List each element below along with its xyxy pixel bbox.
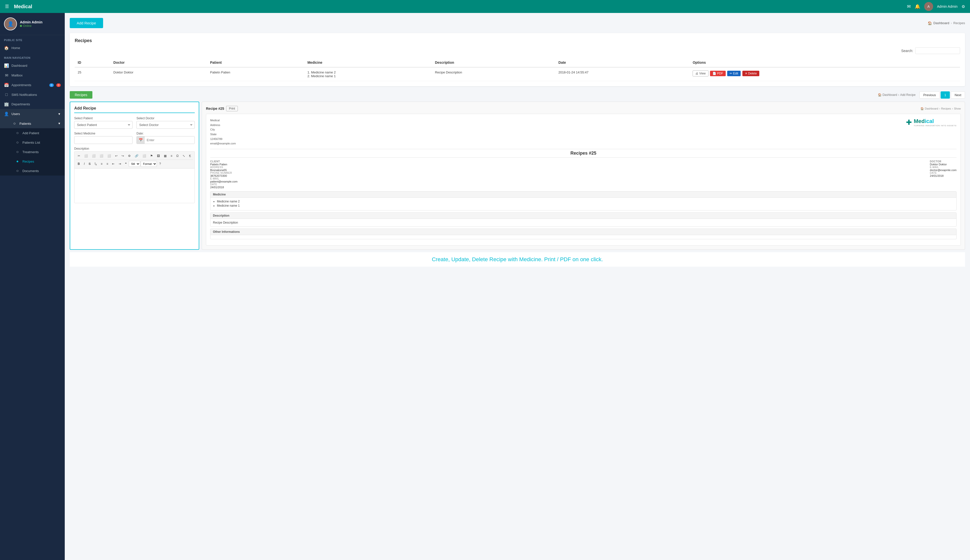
- client-name: Patietn Patien: [210, 163, 238, 166]
- medicine-item-2: Medicine name 1: [217, 204, 954, 207]
- select-doctor-label: Select Doctor: [137, 117, 195, 120]
- preview-clinic-info: Medical Address City State 12456789 emai…: [210, 118, 957, 146]
- mail-icon[interactable]: ✉: [907, 4, 911, 9]
- sidebar-item-patients-list[interactable]: ○ Patients List: [0, 138, 65, 147]
- rte-bold[interactable]: B: [76, 161, 82, 167]
- sidebar-section-main: MAIN NAVIGATION: [0, 53, 65, 61]
- select-patient-dropdown[interactable]: Select Patient: [74, 121, 132, 129]
- breadcrumb-home-icon-2: 🏠: [878, 93, 882, 97]
- avatar[interactable]: A: [924, 2, 933, 11]
- rte-settings[interactable]: ⚙: [126, 153, 132, 158]
- description-section-body: Recipe Description: [210, 219, 956, 226]
- rte-blockquote[interactable]: ❝: [123, 161, 128, 167]
- rte-ol[interactable]: ≡: [105, 161, 110, 167]
- client-address-label: ADDRESS: [210, 166, 238, 168]
- col-options: Options: [690, 58, 960, 67]
- select-doctor-dropdown[interactable]: Select Doctor: [137, 121, 195, 129]
- next-button[interactable]: Next: [951, 92, 965, 98]
- logo-icon: ✚: [906, 118, 912, 127]
- medicine-section-body: Medicine name 2 Medicine name 1: [210, 198, 956, 210]
- sidebar-item-sms[interactable]: □ SMS Notifications: [0, 90, 65, 99]
- pdf-button[interactable]: 📄 PDF: [710, 71, 725, 76]
- appointments-badge-red: 0: [56, 83, 61, 87]
- description-section: Description Recipe Description: [210, 212, 957, 227]
- cell-medicine: 1. Medicine name 2 2. Medicine name 1: [304, 67, 432, 81]
- rte-fullscreen[interactable]: ⤡: [181, 153, 187, 158]
- sidebar-item-dashboard[interactable]: 📊 Dashboard: [0, 61, 65, 70]
- rte-unlink[interactable]: ⬜: [141, 153, 148, 158]
- rte-hr[interactable]: ≡: [169, 153, 174, 158]
- select-medicine-label: Select Medicine: [74, 132, 132, 135]
- rte-help[interactable]: ?: [157, 161, 163, 167]
- settings-icon[interactable]: ⚙: [962, 4, 965, 9]
- rte-indent[interactable]: ⇥: [117, 161, 123, 167]
- rte-copy[interactable]: ⬜: [82, 153, 90, 158]
- rte-undo[interactable]: ↩: [113, 153, 119, 158]
- preview-breadcrumb-home-icon: 🏠: [920, 107, 924, 110]
- cell-options: 🖨 View 📄 PDF ✏ Edit ✕ Delete: [690, 67, 960, 81]
- view-button[interactable]: 🖨 View: [693, 70, 708, 77]
- menu-icon[interactable]: ☰: [5, 4, 9, 9]
- cell-doctor: Doktor Doktor: [110, 67, 207, 81]
- select-patient-group: Select Patient Select Patient: [74, 117, 132, 129]
- rte-redo[interactable]: ↪: [120, 153, 126, 158]
- doctor-email-label: E-MAIL: [930, 166, 957, 168]
- sidebar-item-documents[interactable]: ○ Documents: [0, 166, 65, 175]
- rte-paste[interactable]: ⬜: [90, 153, 97, 158]
- rte-body[interactable]: [74, 168, 195, 203]
- sidebar-item-mailbox[interactable]: ✉ Mailbox: [0, 70, 65, 80]
- rte-cut[interactable]: ✂: [76, 153, 82, 158]
- client-phone-label: PHONE NUMBER: [210, 172, 238, 174]
- rte-style-select[interactable]: Stil: [129, 161, 140, 167]
- client-info: CLIENT Patietn Patien ADDRESS Bosnaksna5…: [210, 160, 238, 189]
- edit-button[interactable]: ✏ Edit: [727, 71, 741, 76]
- bell-icon[interactable]: 🔔: [915, 4, 920, 9]
- rte-table[interactable]: ▦: [162, 153, 168, 158]
- rte-paste-word[interactable]: ⬜: [106, 153, 113, 158]
- top-bar-actions: ✉ 🔔 A Admin Admin ⚙: [907, 2, 965, 11]
- recipes-tab[interactable]: Recipes: [70, 91, 92, 98]
- sidebar-item-users[interactable]: 👤 Users ▼: [0, 109, 65, 119]
- rte-image[interactable]: 🖼: [155, 153, 162, 158]
- rte-link[interactable]: 🔗: [133, 153, 140, 158]
- page-1-button[interactable]: 1: [941, 92, 950, 98]
- patients-list-icon: ○: [15, 140, 20, 145]
- sidebar-item-add-patient[interactable]: ○ Add Patient: [0, 128, 65, 138]
- sidebar-appointments-label: Appointments: [12, 83, 47, 87]
- rte-code[interactable]: Ķ: [187, 153, 193, 158]
- rte-format-select[interactable]: Format: [141, 161, 157, 167]
- breadcrumb-dashboard-link[interactable]: Dashboard: [933, 21, 949, 25]
- sidebar-item-recipes[interactable]: ● Recipes: [0, 157, 65, 166]
- sidebar-item-patients-parent[interactable]: ○ Patients ▼: [0, 119, 65, 128]
- sidebar-item-departments[interactable]: 🏢 Departments: [0, 99, 65, 109]
- sidebar-item-home[interactable]: 🏠 Home: [0, 43, 65, 53]
- rte-ul[interactable]: ≡: [99, 161, 104, 167]
- app-brand: Medical: [14, 4, 907, 10]
- delete-button[interactable]: ✕ Delete: [742, 71, 759, 76]
- rte-paste-text[interactable]: ⬜: [98, 153, 105, 158]
- preview-header: Recipe #25 Print 🏠 Dashboard › Recipes ›…: [206, 106, 961, 111]
- appointments-icon: 📅: [4, 83, 9, 87]
- modal-area: Recipes 🏠 Dashboard › Add Recipe Previou…: [70, 91, 965, 250]
- rte-strikethrough[interactable]: S: [87, 161, 92, 167]
- modal-overlay: Add Recipe Select Patient Select Patient…: [70, 102, 965, 250]
- rte-toolbar: ✂ ⬜ ⬜ ⬜ ⬜ ↩ ↪ ⚙ 🔗 ⬜ ⚑ �: [74, 152, 195, 168]
- rte-anchor[interactable]: ⚑: [148, 153, 155, 158]
- rte-italic[interactable]: I: [82, 161, 87, 167]
- date-input[interactable]: [145, 137, 195, 144]
- sidebar-item-treatments[interactable]: ○ Treatments: [0, 147, 65, 157]
- select-medicine-input[interactable]: [74, 136, 132, 144]
- sidebar-item-appointments[interactable]: 📅 Appointments 0 0: [0, 80, 65, 90]
- sidebar-status: Online: [20, 24, 42, 28]
- add-recipe-button[interactable]: Add Recipe: [70, 18, 103, 28]
- sidebar-home-label: Home: [12, 46, 61, 50]
- print-button[interactable]: Print: [226, 106, 238, 111]
- search-input[interactable]: [915, 47, 960, 54]
- rte-outdent[interactable]: ⇤: [110, 161, 116, 167]
- rte-subscript[interactable]: Ix: [93, 161, 98, 167]
- rte-special-char[interactable]: Ω: [175, 153, 180, 158]
- doctor-email: doctor@exapmle.com: [930, 168, 957, 172]
- previous-button[interactable]: Previous: [920, 92, 940, 98]
- chevron-down-icon: ▼: [58, 112, 61, 116]
- preview-info-row: CLIENT Patietn Patien ADDRESS Bosnaksna5…: [210, 160, 957, 189]
